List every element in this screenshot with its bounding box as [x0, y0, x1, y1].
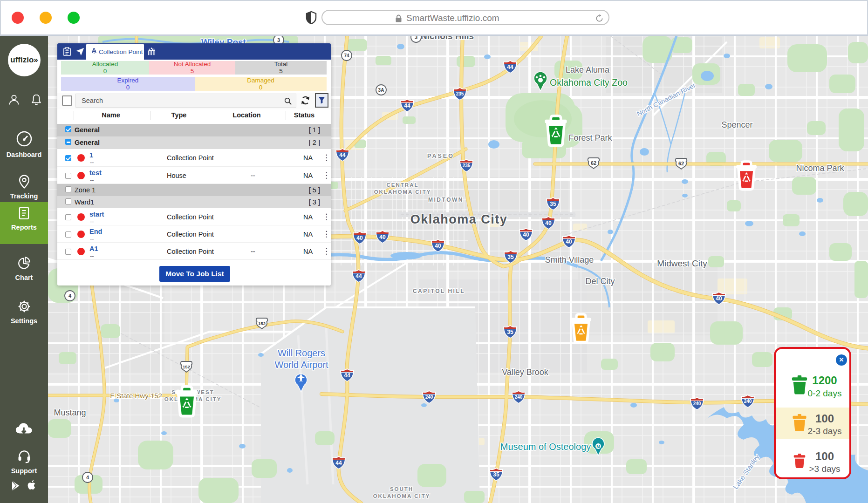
svg-text:40: 40 [716, 295, 722, 302]
svg-text:Lake Aluma: Lake Aluma [566, 65, 610, 75]
svg-text:Smith Village: Smith Village [545, 255, 594, 265]
svg-text:40: 40 [566, 238, 572, 245]
svg-text:OKLAHOMA CITY: OKLAHOMA CITY [374, 189, 431, 195]
svg-text:40: 40 [356, 235, 363, 241]
svg-text:44: 44 [335, 460, 342, 466]
svg-text:Will Rogers: Will Rogers [278, 348, 325, 358]
svg-text:Oklahoma City: Oklahoma City [410, 212, 508, 226]
svg-text:40: 40 [545, 220, 552, 226]
svg-text:74: 74 [344, 53, 349, 58]
svg-text:40: 40 [379, 234, 386, 240]
svg-text:Del City: Del City [585, 277, 615, 286]
svg-text:Midwest City: Midwest City [657, 258, 707, 268]
svg-text:Oklahoma City Zoo: Oklahoma City Zoo [550, 77, 628, 88]
svg-text:40: 40 [435, 243, 441, 249]
svg-text:World Airport: World Airport [274, 360, 328, 370]
svg-text:44: 44 [355, 273, 362, 279]
svg-text:240: 240 [515, 394, 523, 400]
svg-text:PASEO: PASEO [427, 153, 454, 159]
svg-text:M: M [596, 444, 600, 449]
svg-text:62: 62 [591, 160, 596, 166]
svg-text:CENTRAL: CENTRAL [387, 182, 419, 188]
svg-text:Mustang: Mustang [54, 408, 86, 417]
svg-text:35: 35 [507, 254, 514, 260]
svg-text:44: 44 [507, 64, 513, 70]
svg-text:40: 40 [523, 231, 529, 238]
svg-text:SOUTH: SOUTH [390, 486, 413, 492]
svg-text:44: 44 [404, 102, 410, 109]
svg-text:Forest Park: Forest Park [568, 133, 612, 143]
svg-text:E State Hwy 152: E State Hwy 152 [110, 392, 162, 400]
svg-text:4: 4 [86, 475, 89, 480]
svg-text:35: 35 [507, 329, 513, 335]
svg-text:44: 44 [344, 372, 350, 379]
svg-text:152: 152 [258, 321, 266, 326]
svg-text:240: 240 [425, 394, 433, 400]
svg-text:Valley Brook: Valley Brook [502, 367, 549, 377]
svg-text:240: 240 [744, 399, 752, 404]
svg-text:235: 235 [463, 163, 471, 168]
svg-text:35: 35 [493, 471, 499, 478]
svg-text:35: 35 [550, 201, 556, 207]
svg-text:MIDTOWN: MIDTOWN [428, 197, 464, 203]
svg-text:44: 44 [339, 152, 346, 158]
svg-text:3A: 3A [378, 88, 384, 93]
svg-text:Nicoma Park: Nicoma Park [796, 163, 844, 173]
svg-text:Museum of Osteology: Museum of Osteology [500, 442, 591, 452]
svg-text:240: 240 [693, 401, 701, 406]
svg-text:62: 62 [678, 161, 684, 166]
svg-text:OKLAHOMA CITY: OKLAHOMA CITY [373, 493, 431, 499]
svg-text:Spencer: Spencer [721, 120, 752, 129]
svg-text:4: 4 [68, 293, 72, 299]
svg-text:3: 3 [277, 37, 280, 43]
svg-text:235: 235 [456, 91, 464, 96]
svg-text:152: 152 [183, 364, 190, 369]
svg-text:CAPITOL HILL: CAPITOL HILL [413, 288, 465, 294]
